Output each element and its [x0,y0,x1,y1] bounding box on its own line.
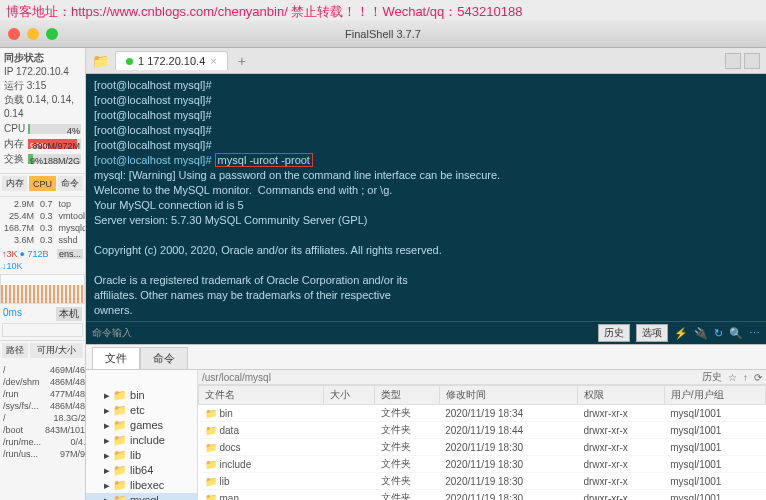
up-icon[interactable]: ↑ [743,372,748,383]
file-row[interactable]: 📁docs文件夹2020/11/19 18:30drwxr-xr-xmysql/… [199,439,766,456]
terminal-input-bar: 命令输入 历史 选项 ⚡ 🔌 ↻ 🔍 ⋯ [86,321,766,344]
session-tab[interactable]: 1 172.20.10.4 × [115,51,228,70]
local-btn[interactable]: 本机 [56,307,82,321]
tree-item[interactable]: ▸ 📁bin [86,388,197,403]
tree-item[interactable]: ▸ 📁mysql [86,493,197,500]
system-monitor-sidebar: 同步状态 IP 172.20.10.4 运行 3:15 负载 0.14, 0.1… [0,48,86,500]
blog-link[interactable]: https://www.cnblogs.com/chenyanbin/ [71,4,288,19]
window-title: FinalShell 3.7.7 [345,28,421,40]
memory-bar: 内存 92%890M/972M [4,137,81,151]
load-label: 负载 0.14, 0.14, 0.14 [4,93,81,121]
file-list-table[interactable]: 文件名大小类型 修改时间权限用户/用户组 📁bin文件夹2020/11/19 1… [198,385,766,500]
ip-label: IP 172.20.10.4 [4,65,81,79]
tab-commands[interactable]: 命令 [140,347,188,369]
swap-bar: 交换 9%188M/2G [4,152,81,166]
search-icon[interactable]: 🔍 [729,327,743,340]
bookmark-icon[interactable]: ☆ [728,372,737,383]
tree-item[interactable]: ▸ 📁libexec [86,478,197,493]
history-button[interactable]: 历史 [598,324,630,342]
net-up: ↑3K [2,249,18,259]
disk-table: /469M/469M/dev/shm486M/486M/run477M/486M… [0,363,86,461]
tab-files[interactable]: 文件 [92,347,140,369]
bolt-icon[interactable]: ⚡ [674,327,688,340]
toolbar-btn-2[interactable] [744,53,760,69]
sync-status-title: 同步状态 [4,51,81,65]
tree-item[interactable]: ▸ 📁lib [86,448,197,463]
file-row[interactable]: 📁lib文件夹2020/11/19 18:30drwxr-xr-xmysql/1… [199,473,766,490]
new-tab-button[interactable]: + [234,53,250,69]
folder-icon[interactable]: 📁 [92,53,109,69]
minimize-icon[interactable] [27,28,39,40]
status-dot-icon [126,58,133,65]
file-row[interactable]: 📁data文件夹2020/11/19 18:44drwxr-xr-xmysql/… [199,422,766,439]
network-graph [0,274,85,304]
tree-item[interactable]: ▸ 📁games [86,418,197,433]
options-button[interactable]: 选项 [636,324,668,342]
process-table: 内存CPU命令 [0,173,85,193]
window-titlebar: FinalShell 3.7.7 [0,20,766,48]
blog-watermark: 博客地址：https://www.cnblogs.com/chenyanbin/… [6,3,522,21]
tree-item[interactable]: ▸ 📁lib64 [86,463,197,478]
tree-item[interactable]: ▸ 📁etc [86,403,197,418]
file-row[interactable]: 📁man文件夹2020/11/19 18:30drwxr-xr-xmysql/1… [199,490,766,501]
plug-icon[interactable]: 🔌 [694,327,708,340]
more-icon[interactable]: ⋯ [749,327,760,340]
history-label[interactable]: 历史 [702,370,722,384]
refresh-icon[interactable]: ⟳ [754,372,762,383]
tab-close-icon[interactable]: × [210,55,216,67]
toolbar-btn-1[interactable] [725,53,741,69]
file-manager-panel: 文件 命令 ▸ 📁bin▸ 📁etc▸ 📁games▸ 📁include▸ 📁l… [86,344,766,500]
file-row[interactable]: 📁include文件夹2020/11/19 18:30drwxr-xr-xmys… [199,456,766,473]
net-interface-btn[interactable]: ens... [57,249,83,259]
file-row[interactable]: 📁bin文件夹2020/11/19 18:34drwxr-xr-xmysql/1… [199,405,766,422]
session-tabbar: 📁 1 172.20.10.4 × + [86,48,766,74]
ping-graph [2,323,83,337]
tree-item[interactable]: ▸ 📁include [86,433,197,448]
terminal-output[interactable]: [root@localhost mysql]#[root@localhost m… [86,74,766,321]
folder-tree[interactable]: ▸ 📁bin▸ 📁etc▸ 📁games▸ 📁include▸ 📁lib▸ 📁l… [86,370,198,500]
refresh-icon[interactable]: ↻ [714,327,723,340]
uptime-label: 运行 3:15 [4,79,81,93]
cpu-bar: CPU 4% [4,122,81,136]
breadcrumb[interactable]: /usr/local/mysql [202,372,271,383]
traffic-lights [8,28,58,40]
close-icon[interactable] [8,28,20,40]
maximize-icon[interactable] [46,28,58,40]
